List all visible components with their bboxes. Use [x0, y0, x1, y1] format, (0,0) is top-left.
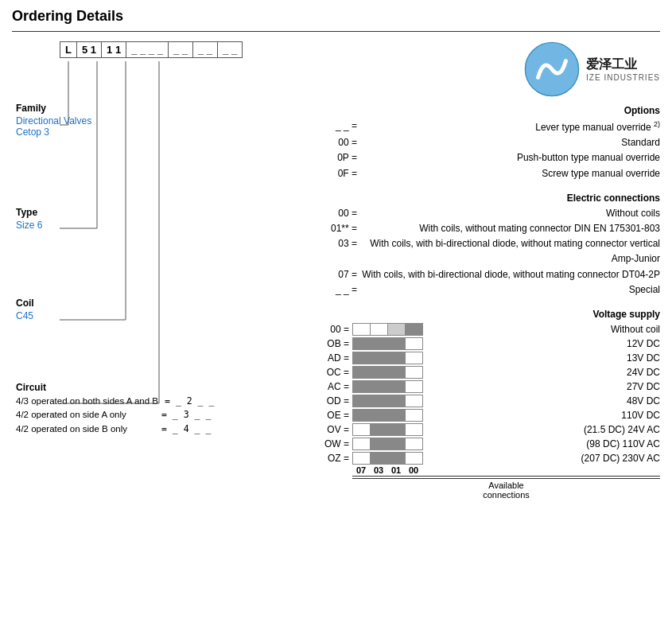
family-value-1: Directional Valves [16, 115, 91, 126]
voltage-row-1: OB =12V DC [322, 337, 660, 351]
option-row-0: _ _ = Lever type manual override 2) [322, 119, 660, 135]
grid-cell-0-2 [388, 323, 406, 336]
logo-company-cn: 爱泽工业 [586, 56, 660, 73]
grid-cell-7-1 [371, 423, 388, 436]
grid-cell-5-3 [406, 395, 423, 407]
code-seg-d2b: _ _ [193, 41, 218, 58]
grid-cell-1-0 [353, 337, 371, 350]
electric-desc-4: Special [362, 282, 660, 298]
code-seg-d4: _ _ _ _ [126, 41, 169, 58]
grid-cells-6 [352, 409, 423, 422]
grid-cell-2-3 [406, 352, 423, 364]
electric-desc-0: Without coils [362, 206, 660, 221]
connector-lines [60, 61, 306, 419]
grid-cell-8-0 [353, 438, 371, 450]
grid-cell-3-1 [371, 366, 388, 379]
grid-cell-9-2 [388, 452, 406, 465]
family-title: Family [16, 103, 91, 114]
electric-title: Electric connections [322, 193, 660, 204]
coil-block: Coil C45 [16, 298, 34, 321]
voltage-desc-8: (98 DC) 110V AC [423, 437, 660, 451]
circuit-row-1: 4/3 operated on both sides A and B = _ 2… [16, 395, 214, 408]
voltage-desc-4: 27V DC [423, 379, 660, 394]
grid-cell-9-0 [353, 452, 371, 465]
type-title: Type [16, 207, 42, 218]
logo-area: 爱泽工业 IZE INDUSTRIES [524, 41, 660, 97]
circuit-code-1: = _ 2 _ _ [165, 395, 214, 408]
code-diagram: L 5 1 1 1 _ _ _ _ _ _ _ _ _ _ [60, 41, 306, 58]
electric-row-3: 07 = With coils, with bi-directional dio… [322, 267, 660, 282]
grid-cell-6-1 [371, 409, 388, 422]
grid-cell-3-2 [388, 366, 406, 379]
grid-header: 07030100 [352, 465, 660, 477]
logo-circle-icon [524, 41, 580, 97]
logo-company-en: IZE INDUSTRIES [586, 73, 660, 82]
circuit-code-3: = _ 4 _ _ [161, 422, 211, 436]
grid-cell-6-2 [388, 409, 406, 422]
voltage-row-4: AC =27V DC [322, 379, 660, 394]
grid-cells-0 [352, 323, 423, 336]
electric-code-3: 07 = [322, 267, 362, 282]
voltage-rows: 00 =Without coilOB =12V DCAD =13V DCOC =… [322, 322, 660, 465]
voltage-desc-5: 48V DC [423, 394, 660, 408]
voltage-desc-3: 24V DC [423, 365, 660, 379]
option-desc-0: Lever type manual override 2) [362, 119, 660, 135]
grid-cell-0-1 [371, 323, 388, 336]
option-code-1: 00 = [322, 135, 362, 150]
option-desc-1: Standard [362, 135, 660, 150]
grid-cell-5-2 [388, 395, 406, 407]
grid-cells-8 [352, 438, 423, 450]
grid-header-2: 01 [387, 465, 405, 475]
grid-header-1: 03 [370, 465, 387, 475]
voltage-code-2: AD = [322, 351, 352, 365]
option-row-2: 0P = Push-button type manual override [322, 150, 660, 165]
grid-cell-8-1 [371, 438, 388, 450]
voltage-code-1: OB = [322, 337, 352, 351]
option-desc-3: Screw type manual override [362, 166, 660, 181]
grid-cell-3-3 [406, 366, 423, 379]
code-seg-d2a: _ _ [169, 41, 193, 58]
grid-cells-2 [352, 352, 423, 364]
voltage-row-9: OZ =(207 DC) 230V AC [322, 451, 660, 465]
electric-row-2: 03 = With coils, with bi-directional dio… [322, 236, 660, 267]
grid-cells-9 [352, 452, 423, 465]
circuit-desc-1: 4/3 operated on both sides A and B [16, 395, 158, 408]
type-value: Size 6 [16, 220, 42, 231]
electric-code-0: 00 = [322, 206, 362, 221]
grid-cell-1-2 [388, 337, 406, 350]
coil-title: Coil [16, 298, 34, 309]
grid-cell-6-0 [353, 409, 371, 422]
voltage-row-8: OW =(98 DC) 110V AC [322, 437, 660, 451]
grid-cell-5-1 [371, 395, 388, 407]
grid-cell-0-0 [353, 323, 371, 336]
code-seg-51: 5 1 [77, 41, 102, 58]
voltage-code-8: OW = [322, 437, 352, 451]
grid-cell-4-2 [388, 380, 406, 393]
title-divider [12, 31, 660, 32]
electric-row-1: 01** = With coils, without mating connec… [322, 221, 660, 236]
grid-cell-0-3 [406, 323, 423, 336]
grid-cell-7-0 [353, 423, 371, 436]
grid-cell-4-3 [406, 380, 423, 393]
voltage-title: Voltage supply [322, 309, 660, 320]
electric-desc-2: With coils, with bi-directional diode, w… [362, 236, 660, 267]
voltage-code-3: OC = [322, 365, 352, 379]
grid-cells-5 [352, 395, 423, 407]
voltage-desc-2: 13V DC [423, 351, 660, 365]
voltage-desc-6: 110V DC [423, 408, 660, 422]
voltage-code-9: OZ = [322, 451, 352, 465]
circuit-block: Circuit 4/3 operated on both sides A and… [16, 382, 214, 436]
grid-cells-3 [352, 366, 423, 379]
electric-desc-1: With coils, without mating connector DIN… [362, 221, 660, 236]
grid-cells-7 [352, 423, 423, 436]
voltage-desc-9: (207 DC) 230V AC [423, 451, 660, 465]
right-section: 爱泽工业 IZE INDUSTRIES Options _ _ = Lever … [306, 41, 660, 500]
grid-cell-8-3 [406, 438, 423, 450]
option-row-1: 00 = Standard [322, 135, 660, 150]
voltage-row-6: OE =110V DC [322, 408, 660, 422]
grid-cell-6-3 [406, 409, 423, 422]
grid-cell-5-0 [353, 395, 371, 407]
option-code-0: _ _ = [322, 119, 362, 135]
page-title: Ordering Details [12, 8, 660, 25]
available-label: Availableconnections [352, 478, 660, 500]
